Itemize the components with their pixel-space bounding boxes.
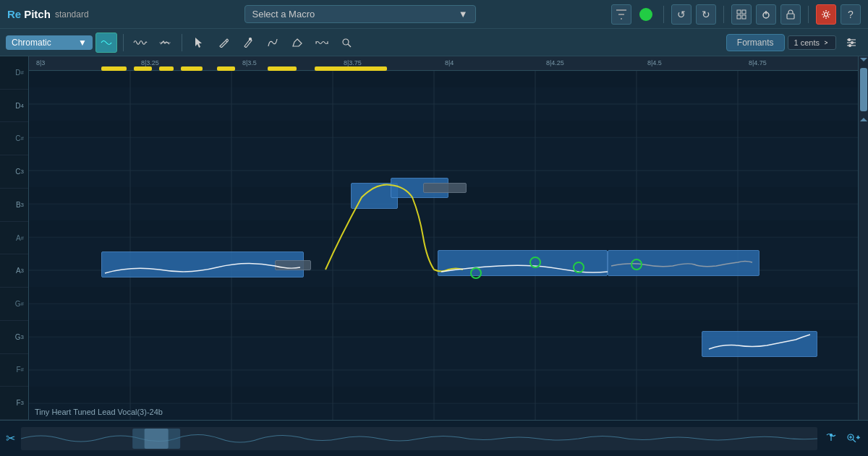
help-icon: ? bbox=[848, 9, 854, 20]
pitch-curve-svg bbox=[29, 71, 858, 420]
cursor-tool-button[interactable] bbox=[188, 33, 210, 53]
zoom-controls[interactable]: + bbox=[843, 430, 862, 447]
note-block-1[interactable] bbox=[101, 251, 304, 278]
cents-display: 1 cents bbox=[788, 35, 836, 50]
settings-button[interactable] bbox=[816, 4, 836, 25]
chromatic-select[interactable]: Chromatic ▼ bbox=[6, 35, 93, 50]
top-right-controls: ↺ ↻ ? bbox=[611, 4, 861, 25]
pitch-label-ds: D# bbox=[0, 56, 28, 90]
time-mark-5: 8|4 bbox=[445, 59, 454, 66]
grid-button[interactable] bbox=[731, 4, 752, 25]
highlight-4 bbox=[181, 66, 203, 71]
filter-button[interactable] bbox=[611, 4, 631, 25]
help-button[interactable]: ? bbox=[841, 4, 861, 25]
note-block-6[interactable] bbox=[702, 331, 817, 357]
macro-chevron-icon: ▼ bbox=[459, 9, 468, 20]
power-button[interactable] bbox=[756, 4, 776, 25]
track-status-label: Tiny Heart Tuned Lead Vocal(3)-24b bbox=[35, 408, 163, 416]
svg-point-9 bbox=[825, 12, 828, 16]
time-ruler: 8|3 8|3.25 8|3.5 8|3.75 8|4 8|4.25 8|4.5… bbox=[29, 56, 858, 71]
scroll-up-button[interactable] bbox=[860, 58, 867, 65]
time-mark-3: 8|3.5 bbox=[242, 59, 257, 66]
svg-rect-33 bbox=[29, 71, 858, 87]
waveform-settings-button[interactable] bbox=[823, 430, 839, 447]
pitch-label-cs: C# bbox=[0, 122, 28, 155]
svg-rect-37 bbox=[29, 287, 858, 304]
waveform-svg bbox=[21, 427, 817, 450]
logo-re: Re bbox=[7, 8, 21, 20]
note-handle-1[interactable] bbox=[275, 260, 311, 270]
pitch-label-g3: G3 bbox=[0, 321, 28, 354]
note-block-5[interactable] bbox=[608, 250, 760, 276]
lock-button[interactable] bbox=[780, 4, 801, 25]
pitch-label-f3: F3 bbox=[0, 387, 28, 420]
chromatic-chevron-icon: ▼ bbox=[78, 38, 87, 48]
highlight-6 bbox=[268, 66, 297, 71]
pitch-label-b3: B3 bbox=[0, 189, 28, 222]
svg-rect-6 bbox=[742, 15, 746, 19]
undo-button[interactable]: ↺ bbox=[671, 4, 692, 25]
waveform-mini[interactable] bbox=[21, 427, 817, 450]
time-mark-4: 8|3.75 bbox=[344, 59, 362, 66]
formants-button[interactable]: Formants bbox=[726, 34, 785, 51]
active-status-dot bbox=[639, 8, 652, 21]
top-bar: RePitch standard Select a Macro ▼ ↺ ↻ bbox=[0, 0, 868, 29]
note-block-4[interactable] bbox=[438, 250, 608, 276]
highlight-1 bbox=[101, 66, 127, 71]
options-button[interactable] bbox=[841, 33, 862, 53]
macro-select[interactable]: Select a Macro ▼ bbox=[244, 5, 476, 23]
scroll-down-button[interactable] bbox=[860, 114, 867, 121]
scatter-tool-button[interactable] bbox=[154, 33, 176, 53]
scroll-thumb[interactable] bbox=[860, 68, 867, 111]
pitch-label-fs: F# bbox=[0, 354, 28, 387]
undo-icon: ↺ bbox=[677, 9, 686, 20]
svg-point-14 bbox=[343, 39, 349, 45]
snap-tool-button[interactable] bbox=[95, 33, 117, 53]
pencil-tool-button[interactable] bbox=[213, 33, 234, 53]
pitch-label-d4: D4 bbox=[0, 90, 28, 123]
time-mark-1: 8|3 bbox=[36, 59, 45, 66]
svg-rect-36 bbox=[29, 220, 858, 237]
pitch-labels: D# D4 C# C3 B3 A# A3 G# G3 F# F3 bbox=[0, 56, 29, 420]
macro-select-label: Select a Macro bbox=[252, 9, 315, 20]
svg-rect-5 bbox=[737, 15, 741, 19]
zoom-tool-button[interactable] bbox=[336, 33, 357, 53]
svg-point-20 bbox=[851, 41, 854, 43]
redo-button[interactable]: ↻ bbox=[696, 4, 716, 25]
svg-rect-34 bbox=[29, 121, 858, 137]
svg-rect-53 bbox=[145, 429, 169, 449]
chromatic-label: Chromatic bbox=[12, 38, 51, 48]
svg-point-11 bbox=[250, 38, 252, 40]
time-mark-6: 8|4.25 bbox=[546, 59, 564, 66]
separator-3 bbox=[808, 6, 809, 23]
bezier-tool-button[interactable] bbox=[262, 33, 284, 53]
piano-roll[interactable]: 8|3 8|3.25 8|3.5 8|3.75 8|4 8|4.25 8|4.5… bbox=[29, 56, 858, 420]
bottom-bar: ✂ + bbox=[0, 420, 868, 456]
time-mark-8: 8|4.75 bbox=[749, 59, 767, 66]
waveform-tool-button[interactable] bbox=[129, 33, 151, 53]
svg-rect-3 bbox=[737, 10, 741, 14]
pen-tool-button[interactable] bbox=[237, 33, 259, 53]
highlight-3 bbox=[159, 66, 174, 71]
highlight-5 bbox=[217, 66, 235, 71]
note-handle-2[interactable] bbox=[423, 183, 467, 193]
time-mark-7: 8|4.5 bbox=[647, 59, 662, 66]
time-mark-2: 8|3.25 bbox=[141, 59, 159, 66]
scissors-button[interactable]: ✂ bbox=[6, 431, 15, 445]
logo-standard: standard bbox=[55, 9, 89, 20]
toolbar-sep-2 bbox=[182, 34, 182, 51]
eraser-tool-button[interactable] bbox=[286, 33, 308, 53]
redo-icon: ↻ bbox=[702, 9, 710, 20]
vibrato-tool-button[interactable] bbox=[311, 33, 333, 53]
svg-line-57 bbox=[853, 439, 856, 442]
svg-line-15 bbox=[348, 44, 351, 47]
separator bbox=[663, 6, 664, 23]
pitch-label-c3: C3 bbox=[0, 155, 28, 189]
pitch-label-as: A# bbox=[0, 222, 28, 255]
cents-value: 1 cents bbox=[794, 38, 820, 47]
right-scrollbar bbox=[858, 56, 868, 420]
macro-select-wrap: Select a Macro ▼ bbox=[114, 5, 605, 23]
pitch-label-gs: G# bbox=[0, 288, 28, 321]
bottom-right-controls: + bbox=[823, 430, 862, 447]
status-indicator bbox=[636, 4, 656, 25]
